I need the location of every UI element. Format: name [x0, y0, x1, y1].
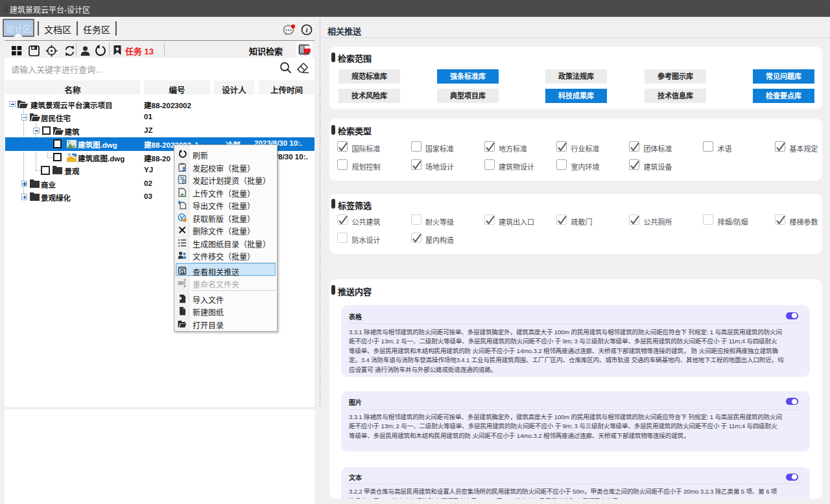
svg-text:i: i: [305, 26, 308, 34]
